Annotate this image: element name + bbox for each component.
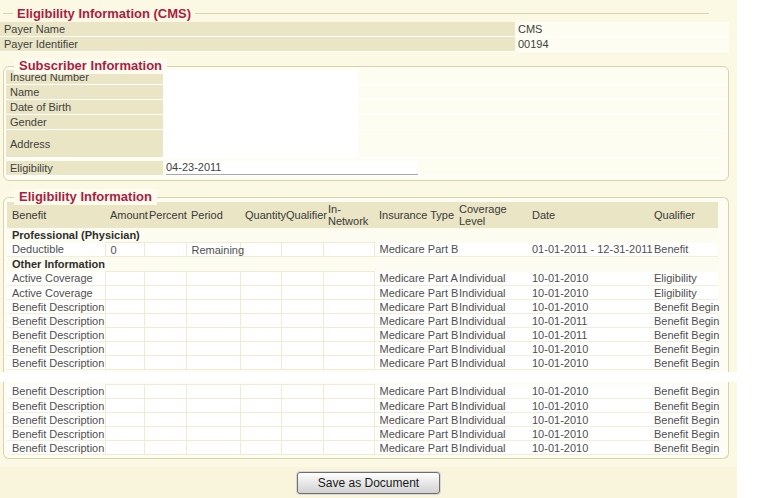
field-value-text: 00194 [518,38,549,50]
redacted-value-block [163,70,358,84]
table-row: Benefit DescriptionMedicare Part BIndivi… [7,328,718,342]
table-cell: 10-01-2010 [527,427,649,441]
table-cell [281,413,323,427]
table-cell [186,441,240,455]
eligibility-date-input[interactable]: 04-23-2011 [166,161,418,175]
field-label: Date of Birth [6,100,163,114]
table-header-cell: Qualifier [281,202,323,228]
table-cell [186,286,240,300]
field-label: Gender [6,115,163,129]
table-row: Active CoverageMedicare Part BIndividual… [7,286,718,300]
table-cell [186,300,240,314]
table-cell [240,272,281,286]
table-cell [105,356,144,370]
table-cell: Benefit Begin [649,399,718,413]
table-cell [105,413,144,427]
table-cell: Benefit Begin [649,356,718,370]
table-cell [281,427,323,441]
table-header-cell: Qualifier [649,202,718,228]
table-cell: Medicare Part B [374,328,454,342]
table-cell [240,342,281,356]
table-header-cell: Benefit [7,202,105,228]
table-cell: Medicare Part B [374,441,454,455]
table-cell: Eligibility [649,286,718,300]
group-label: Other Information [7,257,718,272]
table-row: Deductible0RemainingMedicare Part B01-01… [7,243,718,257]
table-cell: Medicare Part B [374,413,454,427]
table-cell: Individual [454,314,527,328]
top-section-title: Eligibility Information (CMS) [13,6,195,21]
field-value [163,130,726,157]
redacted-value-block [163,100,358,114]
table-cell: Individual [454,385,527,399]
field-value [163,115,726,129]
table-cell: Benefit Description [7,441,105,455]
table-cell: 0 [105,243,144,257]
fieldset-border-line [3,13,13,14]
table-cell: 10-01-2010 [527,413,649,427]
table-cell [240,328,281,342]
table-cell [105,427,144,441]
table-cell [281,356,323,370]
table-cell [240,441,281,455]
subscriber-section-title: Subscriber Information [14,58,167,74]
table-cell: 10-01-2010 [527,272,649,286]
redacted-value-block [163,130,358,157]
table-header-cell: In-Network [323,202,374,228]
save-as-document-button[interactable]: Save as Document [297,472,440,494]
field-row: Name [6,85,726,100]
table-cell [240,300,281,314]
table-cell: Medicare Part B [374,243,454,257]
table-cell [144,441,186,455]
table-cell [323,272,374,286]
table-cell [105,328,144,342]
table-cell [105,272,144,286]
eligibility-page: Eligibility Information (CMS) Payer Name… [0,0,771,498]
table-cell: Benefit Description [7,427,105,441]
table-cell [144,342,186,356]
table-cell [105,399,144,413]
table-group-row: Other Information [7,257,718,272]
table-cell: Active Coverage [7,272,105,286]
table-cell [323,399,374,413]
table-header-cell: Insurance Type [374,202,454,228]
table-header-row: BenefitAmountPercentPeriodQuantityQualif… [7,202,718,228]
table-cell [323,441,374,455]
table-cell: 10-01-2011 [527,314,649,328]
table-row: Benefit DescriptionMedicare Part BIndivi… [7,342,718,356]
table-cell: Active Coverage [7,286,105,300]
field-value: 00194 [515,37,729,51]
table-cell: Benefit Begin [649,300,718,314]
table-cell [186,413,240,427]
table-cell: Benefit Description [7,328,105,342]
table-cell [240,385,281,399]
table-cell [240,427,281,441]
table-cell: Medicare Part B [374,427,454,441]
field-row: Eligibility04-23-2011 [6,161,726,176]
field-value: 04-23-2011 [163,161,726,175]
payer-info-rows: Payer NameCMSPayer Identifier00194 [0,22,729,52]
table-cell [144,272,186,286]
table-cell [323,286,374,300]
table-cell [281,272,323,286]
table-cell: Medicare Part A [374,272,454,286]
table-cell: Individual [454,427,527,441]
table-cell: Benefit Description [7,314,105,328]
field-row: Gender [6,115,726,130]
table-cell [186,328,240,342]
subscriber-section: Subscriber Information Insured NumberNam… [3,66,729,181]
table-cell: Medicare Part B [374,356,454,370]
table-cell [281,300,323,314]
table-cell: Benefit Description [7,300,105,314]
table-cell: Individual [454,356,527,370]
table-header-cell: Quantity [240,202,281,228]
table-cell [144,243,186,257]
field-row: Address [6,130,726,158]
table-cell: Benefit Begin [649,427,718,441]
table-cell [323,314,374,328]
table-row: Benefit DescriptionMedicare Part BIndivi… [7,385,718,399]
table-cell: Individual [454,399,527,413]
table-cell [105,300,144,314]
table-cell [281,314,323,328]
table-row: Benefit DescriptionMedicare Part BIndivi… [7,427,718,441]
